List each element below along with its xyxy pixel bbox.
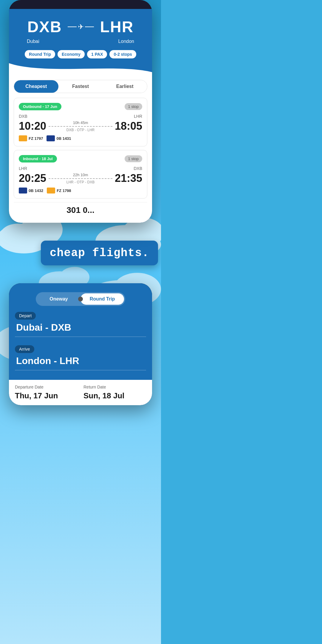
tab-earliest[interactable]: Earliest	[103, 80, 147, 93]
to-code: LHR	[100, 18, 134, 36]
outbound-from-airport: DXB	[19, 114, 27, 119]
depart-divider	[15, 337, 146, 337]
outbound-airline-1: FZ 1797	[29, 136, 43, 141]
departure-date-item[interactable]: Departure Date Thu, 17 Jun	[15, 385, 78, 400]
outbound-arrive-time: 18:05	[115, 120, 142, 132]
inbound-airline-1: 0B 1432	[29, 188, 43, 193]
dubai-airline-logo-2	[47, 188, 55, 193]
inbound-stops: 1 stop	[125, 155, 142, 162]
arrive-city[interactable]: London - LHR	[15, 355, 146, 366]
return-date-value: Sun, 18 Jul	[83, 391, 146, 400]
inbound-depart-time: 20:25	[19, 172, 46, 185]
blue-airline-logo-2	[19, 188, 27, 193]
inbound-arrive-time: 21:35	[115, 172, 142, 185]
flight-direction-arrow: ✈	[68, 23, 94, 31]
inbound-to-airport: DXB	[134, 166, 142, 171]
outbound-airline-2: 0B 1431	[56, 136, 71, 141]
outbound-to-airport: LHR	[134, 114, 142, 119]
return-date-label: Return Date	[83, 385, 146, 389]
toggle-indicator	[78, 297, 83, 301]
outbound-route-info: 10h 45m DXB - OTP - LHR	[46, 120, 115, 132]
arrive-label: Arrive	[15, 345, 34, 353]
inbound-airlines: 0B 1432 FZ 1798	[19, 188, 142, 193]
inbound-route-info: 22h 10m LHR - OTP - DXB	[46, 173, 115, 184]
from-city-name: Dubai	[15, 39, 80, 44]
outbound-flight-card: Outbound - 17 Jun 1 stop DXB LHR 10:20 1…	[14, 98, 147, 146]
departure-date-value: Thu, 17 Jun	[15, 391, 78, 400]
blue-airline-logo-1	[47, 135, 55, 141]
inbound-from-airport: LHR	[19, 166, 27, 171]
trip-type-toggle[interactable]: Oneway Round Trip	[36, 292, 125, 306]
price-preview: 301 0...	[14, 202, 147, 218]
cheap-flights-text: cheap flights.	[50, 247, 149, 259]
inbound-airline-2: FZ 1798	[57, 188, 71, 193]
round-trip-toggle[interactable]: Round Trip	[80, 293, 124, 305]
dates-section: Departure Date Thu, 17 Jun Return Date S…	[9, 380, 152, 405]
tab-fastest[interactable]: Fastest	[58, 80, 103, 93]
sort-tabs: Cheapest Fastest Earliest	[14, 80, 147, 93]
arrive-divider	[15, 370, 146, 370]
pax-tag[interactable]: 1 PAX	[87, 50, 107, 58]
oneway-toggle[interactable]: Oneway	[37, 293, 80, 305]
tab-cheapest[interactable]: Cheapest	[14, 80, 58, 93]
return-date-item[interactable]: Return Date Sun, 18 Jul	[83, 385, 146, 400]
cabin-tag[interactable]: Economy	[58, 50, 85, 58]
outbound-airlines: FZ 1797 0B 1431	[19, 135, 142, 141]
dubai-airline-logo-1	[19, 135, 27, 141]
depart-label: Depart	[15, 312, 36, 320]
cheap-flights-banner: cheap flights.	[41, 241, 158, 265]
stops-tag[interactable]: 0-2 stops	[109, 50, 136, 58]
from-code: DXB	[27, 18, 62, 36]
inbound-badge: Inbound - 18 Jul	[19, 155, 57, 162]
trip-type-tag[interactable]: Round Trip	[25, 50, 55, 58]
depart-city[interactable]: Dubai - DXB	[15, 322, 146, 333]
outbound-depart-time: 10:20	[19, 120, 46, 132]
outbound-badge: Outbound - 17 Jun	[19, 103, 61, 110]
inbound-flight-card: Inbound - 18 Jul 1 stop LHR DXB 20:25 22…	[14, 150, 147, 199]
to-city-name: London	[80, 39, 146, 44]
departure-date-label: Departure Date	[15, 385, 78, 389]
outbound-stops: 1 stop	[125, 103, 142, 110]
